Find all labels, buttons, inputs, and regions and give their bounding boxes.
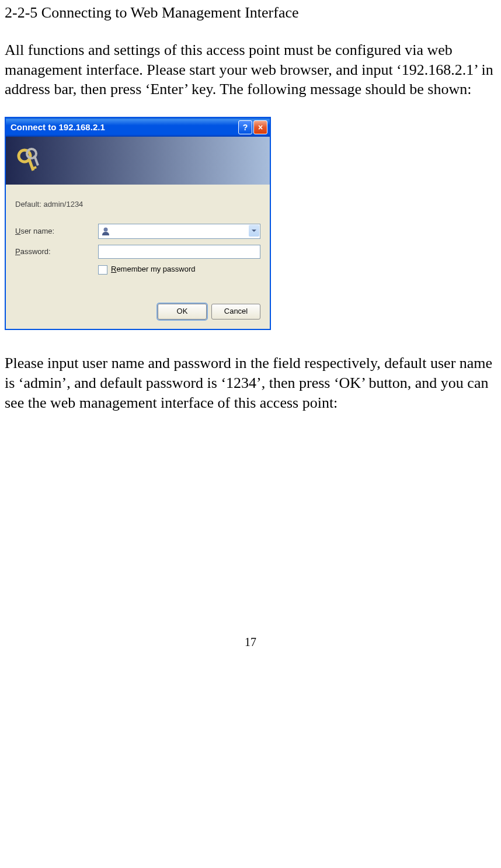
remember-label: Remember my password [111, 265, 196, 275]
server-realm-label: Default: admin/1234 [15, 200, 260, 210]
username-input[interactable] [98, 224, 260, 239]
dialog-title-bar: Connect to 192.168.2.1 ? × [6, 118, 270, 137]
section-heading: 2-2-5 Connecting to Web Management Inter… [5, 3, 496, 23]
dialog-body: Default: admin/1234 User name: Password: [6, 185, 270, 329]
username-row: User name: [15, 224, 260, 239]
auth-dialog: Connect to 192.168.2.1 ? × Default: admi… [5, 117, 271, 330]
dropdown-button[interactable] [249, 225, 259, 237]
instruction-paragraph: Please input user name and password in t… [5, 353, 496, 412]
password-input[interactable] [98, 245, 260, 259]
page-number: 17 [5, 634, 496, 650]
help-button[interactable]: ? [238, 120, 252, 134]
close-button[interactable]: × [253, 120, 267, 134]
username-label: User name: [15, 227, 98, 237]
svg-point-5 [104, 228, 108, 232]
keys-icon [14, 145, 44, 176]
password-label: Password: [15, 247, 98, 257]
password-row: Password: [15, 245, 260, 259]
dialog-title: Connect to 192.168.2.1 [11, 121, 238, 133]
ok-button[interactable]: OK [158, 304, 207, 320]
user-icon [101, 227, 110, 236]
dialog-banner [6, 137, 270, 185]
remember-row: Remember my password [98, 265, 260, 275]
cancel-button[interactable]: Cancel [211, 304, 260, 320]
dialog-buttons: OK Cancel [15, 304, 260, 320]
remember-checkbox[interactable] [98, 265, 107, 275]
title-bar-buttons: ? × [238, 120, 267, 134]
intro-paragraph: All functions and settings of this acces… [5, 40, 496, 99]
